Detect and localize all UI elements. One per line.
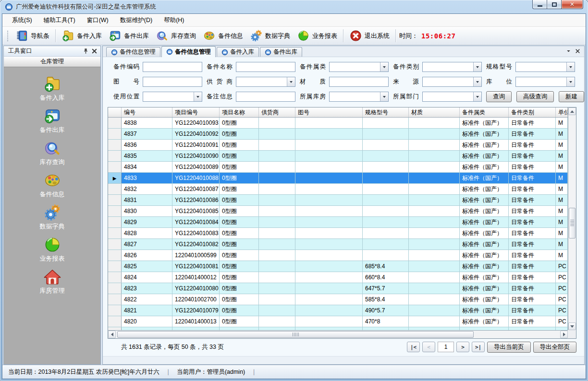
menu-item-1[interactable]: 系统(S) — [6, 14, 38, 26]
table-row[interactable]: 4832YG122040100870型圈标准件（国产）日常备件M — [108, 184, 568, 195]
column-header-7[interactable]: 材质 — [409, 107, 460, 117]
toolbar-button-parts-info[interactable]: 备件信息 — [199, 28, 246, 44]
column-header-6[interactable]: 规格型号 — [363, 107, 409, 117]
page-number-input[interactable]: 1 — [438, 342, 454, 352]
last-page-button[interactable]: >| — [472, 342, 485, 352]
combo-dropdown-icon[interactable] — [473, 77, 481, 86]
pin-icon[interactable] — [82, 48, 89, 55]
panel-close-icon[interactable] — [91, 48, 98, 55]
column-header-3[interactable]: 项目名称 — [220, 107, 259, 117]
tab-close-icon[interactable] — [575, 48, 581, 54]
column-header-9[interactable]: 备件类别 — [509, 107, 556, 117]
table-row[interactable]: 4825YG122040100810型圈685*8.4标准件（国产）日常备件PC — [108, 261, 568, 272]
sidebar-item-stock-query[interactable]: 库存查询 — [40, 139, 65, 167]
column-header-8[interactable]: 备件属类 — [460, 107, 509, 117]
vertical-scroll-thumb[interactable] — [569, 208, 576, 238]
toolbar-button-parts-outbound[interactable]: 备件出库 — [105, 28, 152, 44]
tab-3[interactable]: 备件入库 — [217, 47, 259, 57]
maximize-button[interactable] — [547, 0, 561, 9]
table-row[interactable]: 482212204010027000型圈585*8.4标准件（国产）日常备件PC — [108, 294, 568, 305]
column-header-5[interactable]: 图号 — [295, 107, 363, 117]
table-row[interactable]: 482612204010005990型圈标准件（国产）日常备件M — [108, 250, 568, 261]
export-all-pages-button[interactable]: 导出全部页 — [533, 342, 577, 353]
table-row[interactable]: 4823YG122040100800型圈647*5.7标准件（国产）日常备件PC — [108, 283, 568, 294]
combo-来源[interactable] — [422, 77, 482, 87]
sidebar-item-parts-info[interactable]: 备件信息 — [40, 171, 65, 199]
combo-dropdown-icon[interactable] — [473, 92, 481, 101]
input-备件编码[interactable] — [143, 62, 202, 72]
table-row[interactable]: 4838YG122040100930型圈标准件（国产）日常备件M — [108, 118, 568, 129]
input-备注信息[interactable] — [236, 92, 295, 102]
menu-item-4[interactable]: 数据维护(D) — [114, 14, 158, 26]
table-row[interactable]: 4837YG122040100920型圈标准件（国产）日常备件M — [108, 129, 568, 140]
combo-dropdown-icon[interactable] — [287, 77, 295, 86]
combo-规格型号[interactable] — [515, 62, 575, 72]
menu-item-2[interactable]: 辅助工具(T) — [38, 14, 81, 26]
table-row[interactable]: 4828YG122040100830型圈标准件（国产）日常备件M — [108, 228, 568, 239]
combo-备件属类[interactable] — [329, 62, 389, 72]
combo-所属部门[interactable] — [422, 92, 482, 102]
combo-供货商[interactable] — [236, 77, 295, 87]
table-row[interactable]: 4821YG122040100790型圈490*5.7标准件（国产）日常备件PC — [108, 305, 568, 316]
toolbar-button-stock-query[interactable]: 库存查询 — [152, 28, 199, 44]
sidebar-group-warehouse-management[interactable]: 仓库管理 — [4, 57, 100, 67]
horizontal-scrollbar[interactable] — [108, 330, 568, 338]
table-row[interactable]: 4834YG122040100890型圈标准件（国产）日常备件M — [108, 162, 568, 173]
tab-list-dropdown-icon[interactable] — [565, 48, 572, 54]
combo-所属库房[interactable] — [329, 92, 389, 102]
table-row[interactable]: 482012204014000130型圈470*8标准件（国产）日常备件PC — [108, 316, 568, 327]
prev-page-button[interactable]: < — [422, 342, 435, 352]
toolbar-button-navigation-book[interactable]: 导航条 — [12, 28, 53, 44]
table-row[interactable]: 4831YG122040100860型圈标准件（国产）日常备件M — [108, 195, 568, 206]
table-row[interactable]: 4829YG122040100840型圈标准件（国产）日常备件M — [108, 217, 568, 228]
sidebar-item-data-dictionary[interactable]: 数据字典 — [40, 203, 65, 231]
scroll-down-icon[interactable] — [568, 322, 576, 330]
toolbar-grip-icon[interactable] — [7, 30, 9, 42]
scroll-up-icon[interactable] — [568, 107, 576, 115]
combo-dropdown-icon[interactable] — [194, 92, 202, 101]
combo-备件类别[interactable] — [422, 62, 482, 72]
query-button[interactable]: 查询 — [486, 91, 512, 102]
menu-item-5[interactable]: 帮助(H) — [158, 14, 190, 26]
input-图号[interactable] — [143, 77, 202, 87]
toolbar-button-parts-inbound[interactable]: 备件入库 — [58, 28, 105, 44]
input-材质[interactable] — [329, 77, 389, 87]
toolbar-button-exit-system[interactable]: 退出系统 — [346, 28, 393, 44]
tab-1[interactable]: 备件信息管理 — [106, 47, 160, 57]
tab-2[interactable]: 备件信息管理 — [161, 46, 216, 57]
sidebar-item-business-report[interactable]: 业务报表 — [40, 236, 65, 263]
column-header-1[interactable]: 编号 — [122, 107, 172, 117]
next-page-button[interactable]: > — [456, 342, 469, 352]
column-header-4[interactable]: 供货商 — [259, 107, 295, 117]
table-row[interactable]: 482412204014000120型圈660*8.4标准件（国产）日常备件PC — [108, 272, 568, 283]
column-header-10[interactable]: 单位 — [556, 107, 568, 117]
table-row[interactable]: 4836YG122040100910型圈标准件（国产）日常备件M — [108, 140, 568, 151]
table-row[interactable]: ▶4833YG122040100880型圈标准件（国产）日常备件M — [108, 173, 568, 184]
table-row[interactable]: 4830YG122040100850型圈标准件（国产）日常备件M — [108, 206, 568, 217]
toolbar-button-business-report[interactable]: 业务报表 — [294, 28, 341, 44]
toolbar-button-data-dictionary[interactable]: 数据字典 — [246, 28, 294, 44]
scroll-left-icon[interactable] — [108, 331, 116, 338]
first-page-button[interactable]: |< — [407, 342, 420, 352]
combo-dropdown-icon[interactable] — [566, 62, 575, 71]
combo-dropdown-icon[interactable] — [380, 92, 388, 101]
table-row[interactable]: 4835YG122040100900型圈标准件（国产）日常备件M — [108, 151, 568, 162]
combo-dropdown-icon[interactable] — [566, 77, 575, 86]
table-row[interactable]: 4827YG122040100820型圈标准件（国产）日常备件M — [108, 239, 568, 250]
combo-dropdown-icon[interactable] — [380, 62, 388, 71]
minimize-button[interactable] — [532, 0, 547, 9]
vertical-scrollbar[interactable] — [568, 107, 576, 330]
column-header-2[interactable]: 项目编号 — [172, 107, 220, 117]
sidebar-item-parts-inbound[interactable]: 备件入库 — [40, 75, 65, 102]
combo-使用位置[interactable] — [143, 92, 202, 102]
combo-库位[interactable] — [515, 77, 575, 87]
export-current-page-button[interactable]: 导出当前页 — [487, 342, 531, 353]
new-button[interactable]: 新建 — [559, 91, 584, 102]
advanced-query-button[interactable]: 高级查询 — [516, 91, 554, 102]
combo-dropdown-icon[interactable] — [473, 62, 481, 71]
scroll-right-icon[interactable] — [560, 331, 568, 338]
input-备件名称[interactable] — [236, 62, 295, 72]
close-button[interactable]: ✕ — [561, 0, 583, 9]
sidebar-item-parts-outbound[interactable]: 备件出库 — [40, 107, 65, 134]
menu-item-3[interactable]: 窗口(W) — [81, 14, 114, 26]
